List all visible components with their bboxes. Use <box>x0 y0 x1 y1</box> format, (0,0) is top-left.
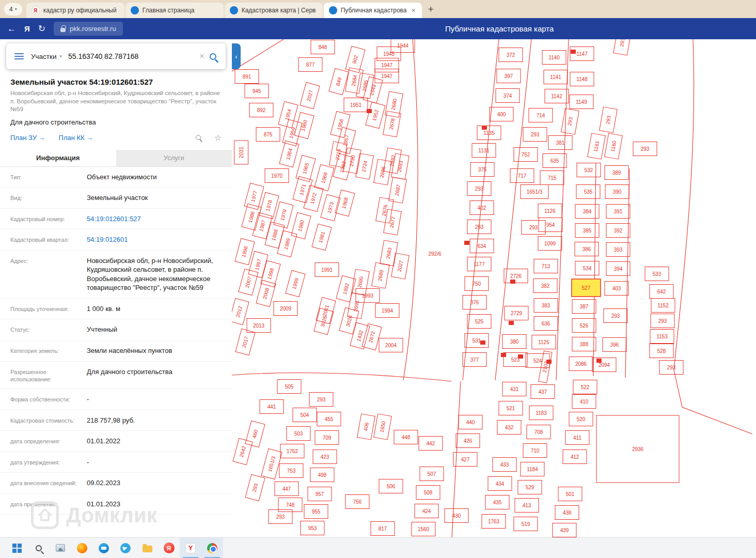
parcel[interactable]: 1997 <box>248 251 268 277</box>
parcel[interactable]: 1960 <box>294 112 314 138</box>
parcel[interactable]: 1432 <box>350 322 370 349</box>
parcel[interactable]: 1979 <box>274 202 293 228</box>
parcel[interactable]: 2094 <box>592 358 616 372</box>
parcel[interactable]: 1988 <box>265 222 285 248</box>
parcel[interactable]: 431 <box>502 382 526 396</box>
parcel[interactable]: 1160 <box>605 133 623 159</box>
parcel[interactable]: 377 <box>463 353 486 367</box>
parcel[interactable]: 520 <box>569 412 593 426</box>
plan-kk-link[interactable]: План КК → <box>59 134 93 142</box>
search-icon[interactable] <box>210 53 216 60</box>
parcel[interactable]: 1947 <box>375 69 399 83</box>
parcel[interactable]: 708 <box>527 425 550 439</box>
cadastral-map[interactable]: 8919458928758488779028491944194519471947… <box>232 39 756 537</box>
map-area[interactable]: 8919458928758488779028491944194519471947… <box>232 39 756 537</box>
parcel[interactable]: 1153 <box>650 330 674 344</box>
parcel[interactable]: 529 <box>518 481 542 494</box>
parcel[interactable]: 817 <box>371 522 395 536</box>
parcel[interactable]: 1651/3 <box>521 185 548 199</box>
tab-counter[interactable]: 4 ▾ <box>4 3 22 16</box>
parcel[interactable]: 1954 <box>278 101 298 128</box>
parcel[interactable]: 2031 <box>234 141 248 164</box>
parcel[interactable]: 1651/3 <box>261 448 282 479</box>
parcel[interactable]: 2936 <box>596 415 679 483</box>
parcel[interactable]: 521 <box>499 401 523 415</box>
parcel[interactable]: 293 <box>309 393 333 407</box>
favorite-star-icon[interactable]: ☆ <box>214 133 222 143</box>
parcel[interactable]: 392 <box>606 224 630 238</box>
parcel[interactable]: 1126 <box>538 204 562 218</box>
parcel[interactable]: 433 <box>493 458 516 472</box>
parcel[interactable]: 1131 <box>472 144 496 158</box>
parcel[interactable]: 1945 <box>377 47 401 61</box>
parcel[interactable]: 506 <box>379 479 403 493</box>
parcel[interactable]: 1099 <box>538 237 562 251</box>
parcel[interactable]: 2690 <box>352 269 370 295</box>
yandex-logo-button[interactable]: Я <box>24 24 30 33</box>
parcel[interactable]: 1650 <box>374 414 392 440</box>
parcel[interactable]: 2086 <box>569 357 593 371</box>
parcel[interactable]: 1981 <box>312 224 332 250</box>
parcel[interactable]: 2689 <box>372 262 390 288</box>
info-row-value[interactable]: 54:19:012601:527 <box>87 214 222 224</box>
parcel[interactable]: 435 <box>485 495 509 509</box>
search-input[interactable] <box>68 52 194 60</box>
parcel[interactable]: 2012 <box>232 298 249 324</box>
parcel[interactable]: 848 <box>311 40 335 54</box>
parcel[interactable]: 293 <box>561 109 579 134</box>
parcel[interactable]: 523 <box>503 353 527 367</box>
parcel[interactable]: 406 <box>357 414 375 440</box>
parcel[interactable]: 2017 <box>235 329 255 355</box>
parcel[interactable]: 438 <box>555 506 579 520</box>
parcel[interactable]: 1141 <box>544 70 568 84</box>
parcel[interactable]: 434 <box>488 477 512 491</box>
parcel[interactable]: 2009 <box>274 302 297 316</box>
parcel[interactable]: 397 <box>497 69 521 83</box>
parcel[interactable]: 412 <box>563 450 587 464</box>
parcel[interactable]: 375 <box>470 163 494 177</box>
collapse-panel-button[interactable]: ‹ <box>232 43 241 69</box>
tab-close-icon[interactable]: × <box>411 6 417 14</box>
parcel[interactable]: 372 <box>499 48 523 62</box>
address-bar[interactable]: pkk.rosreestr.ru <box>54 22 123 36</box>
parcel[interactable]: 1971 <box>293 176 312 203</box>
parcel[interactable]: 1996 <box>235 238 255 265</box>
refresh-button[interactable]: ↻ <box>38 23 45 34</box>
parcel[interactable]: 387 <box>572 300 596 314</box>
clear-search-icon[interactable]: × <box>194 51 210 61</box>
parcel[interactable]: 1991 <box>315 263 339 277</box>
parcel[interactable]: 753 <box>279 464 303 478</box>
search-category[interactable]: Участки <box>31 53 57 60</box>
parcel[interactable]: 437 <box>531 385 555 399</box>
taskbar-icon-chrome[interactable] <box>201 538 223 558</box>
parcel[interactable]: 955 <box>304 505 328 519</box>
taskbar-icon-firefox[interactable] <box>71 538 93 558</box>
parcel[interactable]: 525 <box>467 315 491 329</box>
parcel[interactable]: 954 <box>539 218 562 232</box>
parcel[interactable]: 293 <box>245 474 265 501</box>
parcel[interactable]: 2007 <box>239 269 258 295</box>
parcel[interactable]: 2683 <box>380 240 398 266</box>
parcel[interactable]: 383 <box>534 299 558 313</box>
parcel[interactable]: 374 <box>496 89 519 103</box>
menu-icon[interactable] <box>14 53 24 59</box>
parcel[interactable]: 522 <box>573 380 597 394</box>
parcel[interactable]: 533 <box>645 267 669 281</box>
parcel[interactable]: 714 <box>529 109 553 122</box>
parcel[interactable]: 293 <box>600 107 618 133</box>
parcel[interactable]: 2004 <box>379 338 403 352</box>
parcel[interactable]: 528 <box>650 344 673 358</box>
parcel[interactable]: 293 <box>651 314 674 328</box>
browser-tab[interactable]: Кадастровая карта | Серв <box>225 3 323 18</box>
parcel[interactable]: 1980 <box>291 212 311 239</box>
parcel[interactable]: 1987 <box>253 212 272 239</box>
parcel[interactable]: 424 <box>415 504 438 518</box>
parcel[interactable]: 442 <box>419 437 443 451</box>
parcel[interactable]: 2672 <box>362 323 382 350</box>
parcel[interactable]: 432 <box>497 421 521 435</box>
parcel[interactable]: 448 <box>394 430 418 444</box>
parcel[interactable]: 1947 <box>375 58 399 72</box>
parcel[interactable]: 1964 <box>279 141 299 167</box>
parcel[interactable]: 447 <box>275 482 298 496</box>
parcel[interactable]: 1965 <box>296 155 316 181</box>
